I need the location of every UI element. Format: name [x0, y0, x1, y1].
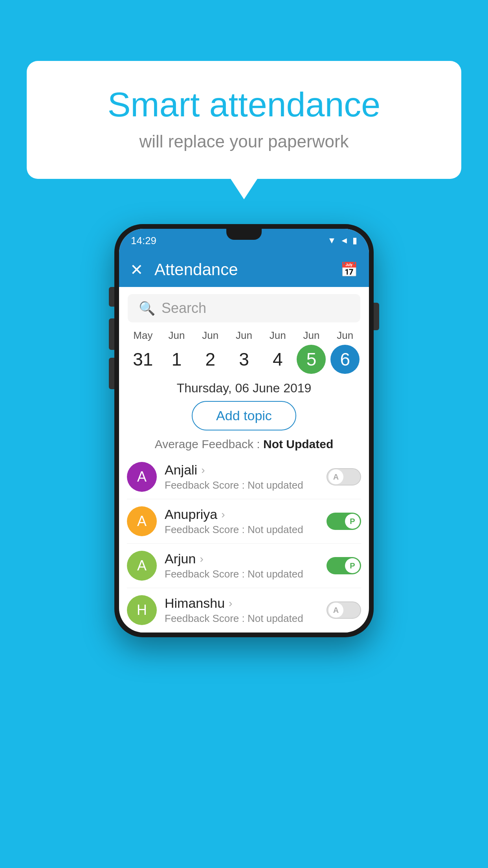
phone-frame: 14:29 ▼ ◄ ▮ ✕ Attendance 📅 🔍 Search Ma — [114, 224, 374, 637]
student-avatar-0: A — [127, 462, 157, 492]
bubble-subtitle: will replace your paperwork — [58, 132, 430, 151]
attendance-toggle-1[interactable]: P — [327, 513, 361, 530]
day-month-5: Jun — [303, 329, 319, 342]
signal-icon: ◄ — [340, 235, 349, 246]
student-avatar-3: H — [127, 595, 157, 625]
speech-bubble-container: Smart attendance will replace your paper… — [27, 61, 461, 179]
day-col-6[interactable]: Jun6 — [328, 329, 362, 374]
student-feedback-2: Feedback Score : Not updated — [165, 568, 319, 580]
student-info-0: Anjali›Feedback Score : Not updated — [165, 462, 319, 491]
day-col-0[interactable]: May31 — [126, 329, 160, 374]
avg-feedback-label: Average Feedback : — [155, 438, 263, 451]
toggle-container-3[interactable]: A — [327, 601, 361, 619]
student-name-0: Anjali› — [165, 462, 319, 478]
day-num-2[interactable]: 2 — [196, 345, 225, 374]
day-col-1[interactable]: Jun1 — [160, 329, 194, 374]
average-feedback: Average Feedback : Not Updated — [119, 438, 369, 451]
day-col-4[interactable]: Jun4 — [261, 329, 295, 374]
power-button — [374, 303, 379, 330]
student-chevron-1: › — [221, 508, 225, 521]
student-name-3: Himanshu› — [165, 596, 319, 611]
day-month-6: Jun — [337, 329, 353, 342]
toggle-knob-2: P — [345, 558, 360, 573]
toggle-container-1[interactable]: P — [327, 513, 361, 530]
speech-bubble: Smart attendance will replace your paper… — [27, 61, 461, 179]
close-button[interactable]: ✕ — [130, 261, 143, 279]
toggle-knob-3: A — [328, 603, 343, 618]
student-info-1: Anupriya›Feedback Score : Not updated — [165, 507, 319, 536]
app-bar-title: Attendance — [154, 260, 340, 279]
student-avatar-2: A — [127, 551, 157, 581]
silent-button — [109, 287, 114, 307]
student-info-2: Arjun›Feedback Score : Not updated — [165, 551, 319, 580]
wifi-icon: ▼ — [327, 235, 336, 246]
toggle-container-2[interactable]: P — [327, 557, 361, 574]
toggle-knob-1: P — [345, 514, 360, 529]
volume-up-button — [109, 318, 114, 350]
day-col-5[interactable]: Jun5 — [295, 329, 328, 374]
day-num-6[interactable]: 6 — [330, 345, 360, 374]
student-item-3[interactable]: HHimanshu›Feedback Score : Not updatedA — [127, 588, 361, 633]
phone-screen: 14:29 ▼ ◄ ▮ ✕ Attendance 📅 🔍 Search Ma — [119, 229, 369, 633]
student-name-text-0: Anjali — [165, 462, 197, 478]
day-col-2[interactable]: Jun2 — [193, 329, 227, 374]
status-icons: ▼ ◄ ▮ — [327, 235, 357, 246]
student-avatar-1: A — [127, 506, 157, 536]
day-num-5[interactable]: 5 — [297, 345, 326, 374]
day-month-3: Jun — [236, 329, 252, 342]
student-item-2[interactable]: AArjun›Feedback Score : Not updatedP — [127, 544, 361, 588]
student-item-0[interactable]: AAnjali›Feedback Score : Not updatedA — [127, 455, 361, 499]
student-name-1: Anupriya› — [165, 507, 319, 522]
day-month-2: Jun — [202, 329, 218, 342]
app-bar: ✕ Attendance 📅 — [119, 252, 369, 287]
student-list: AAnjali›Feedback Score : Not updatedAAAn… — [119, 455, 369, 633]
student-chevron-3: › — [229, 597, 232, 610]
search-icon: 🔍 — [139, 300, 155, 316]
day-num-4[interactable]: 4 — [263, 345, 292, 374]
day-num-1[interactable]: 1 — [162, 345, 191, 374]
student-name-text-2: Arjun — [165, 551, 196, 566]
attendance-toggle-2[interactable]: P — [327, 557, 361, 574]
day-num-3[interactable]: 3 — [229, 345, 259, 374]
student-feedback-1: Feedback Score : Not updated — [165, 524, 319, 536]
day-month-0: May — [133, 329, 152, 342]
day-month-1: Jun — [169, 329, 185, 342]
calendar-strip: May31Jun1Jun2Jun3Jun4Jun5Jun6 — [119, 329, 369, 374]
student-feedback-0: Feedback Score : Not updated — [165, 479, 319, 491]
status-bar: 14:29 ▼ ◄ ▮ — [119, 229, 369, 252]
student-feedback-3: Feedback Score : Not updated — [165, 612, 319, 625]
day-col-3[interactable]: Jun3 — [227, 329, 261, 374]
student-item-1[interactable]: AAnupriya›Feedback Score : Not updatedP — [127, 499, 361, 544]
student-name-text-1: Anupriya — [165, 507, 217, 522]
day-month-4: Jun — [270, 329, 286, 342]
battery-icon: ▮ — [352, 235, 357, 246]
avg-feedback-value: Not Updated — [263, 438, 333, 451]
attendance-toggle-3[interactable]: A — [327, 601, 361, 619]
selected-date: Thursday, 06 June 2019 — [119, 381, 369, 395]
volume-down-button — [109, 358, 114, 389]
add-topic-button[interactable]: Add topic — [192, 401, 296, 430]
calendar-icon[interactable]: 📅 — [340, 261, 358, 278]
student-name-text-3: Himanshu — [165, 596, 225, 611]
status-time: 14:29 — [131, 235, 156, 247]
student-chevron-0: › — [201, 464, 205, 476]
student-info-3: Himanshu›Feedback Score : Not updated — [165, 596, 319, 625]
attendance-toggle-0[interactable]: A — [327, 468, 361, 485]
student-chevron-2: › — [200, 553, 203, 565]
day-num-0[interactable]: 31 — [128, 345, 158, 374]
notch — [226, 229, 262, 240]
search-placeholder: Search — [161, 300, 206, 316]
phone-wrapper: 14:29 ▼ ◄ ▮ ✕ Attendance 📅 🔍 Search Ma — [114, 224, 374, 637]
toggle-knob-0: A — [328, 469, 343, 484]
student-name-2: Arjun› — [165, 551, 319, 566]
toggle-container-0[interactable]: A — [327, 468, 361, 485]
search-bar[interactable]: 🔍 Search — [128, 294, 360, 322]
bubble-title: Smart attendance — [58, 85, 430, 125]
